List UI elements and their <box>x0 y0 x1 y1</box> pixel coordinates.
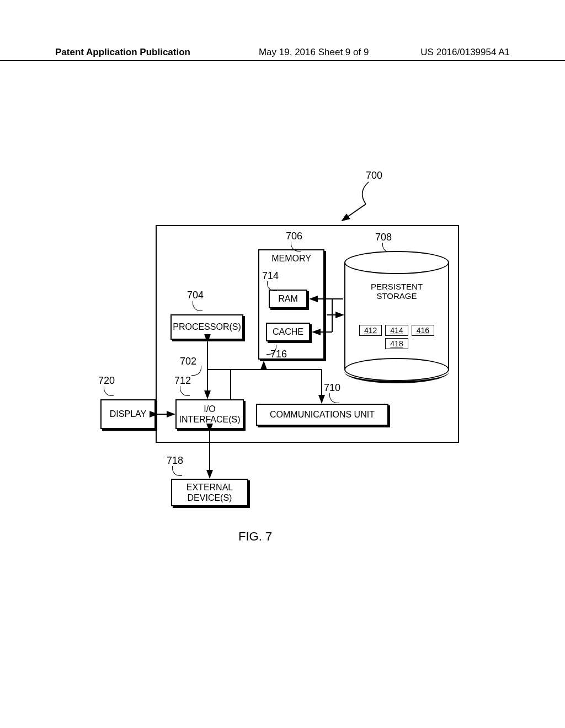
ref-718: 718 <box>167 455 183 467</box>
ref-710: 710 <box>324 382 340 394</box>
ref-714: 714 <box>262 270 279 282</box>
ref-704: 704 <box>187 290 204 301</box>
io-interfaces-block: I/O INTERFACE(S) <box>175 399 244 429</box>
figure-caption: FIG. 7 <box>238 529 272 544</box>
ref-tick <box>172 466 182 476</box>
ref-720: 720 <box>98 375 115 387</box>
storage-slot: 412 <box>359 325 382 336</box>
cache-label: CACHE <box>273 326 303 337</box>
ref-708: 708 <box>375 232 392 243</box>
ref-712: 712 <box>174 375 191 387</box>
persistent-storage-label: PERSISTENT STORAGE <box>344 282 449 301</box>
communications-unit-label: COMMUNICATIONS UNIT <box>270 409 375 420</box>
cache-block: CACHE <box>266 323 310 341</box>
io-interfaces-label: I/O INTERFACE(S) <box>179 404 240 425</box>
processor-block: PROCESSOR(S) <box>170 314 243 340</box>
storage-slots: 412 414 416 418 <box>352 325 441 349</box>
display-block: DISPLAY <box>100 399 156 429</box>
display-label: DISPLAY <box>110 409 146 419</box>
storage-slot: 418 <box>385 338 408 349</box>
ref-tick <box>104 386 114 396</box>
ref-700: 700 <box>366 170 382 181</box>
diagram-canvas: PROCESSOR(S) MEMORY RAM CACHE PERSISTENT… <box>0 0 565 728</box>
svg-line-0 <box>342 204 366 221</box>
persistent-storage-cylinder: PERSISTENT STORAGE 412 414 416 418 <box>344 251 449 370</box>
memory-title: MEMORY <box>259 254 323 264</box>
processor-label: PROCESSOR(S) <box>173 322 241 332</box>
external-devices-label: EXTERNAL DEVICE(S) <box>186 482 233 503</box>
storage-slot: 416 <box>412 325 434 336</box>
ram-label: RAM <box>278 293 298 304</box>
ref-706: 706 <box>286 231 302 242</box>
storage-slot: 414 <box>385 325 408 336</box>
external-devices-block: EXTERNAL DEVICE(S) <box>171 479 248 506</box>
ram-block: RAM <box>269 290 307 308</box>
communications-unit-block: COMMUNICATIONS UNIT <box>256 404 388 426</box>
